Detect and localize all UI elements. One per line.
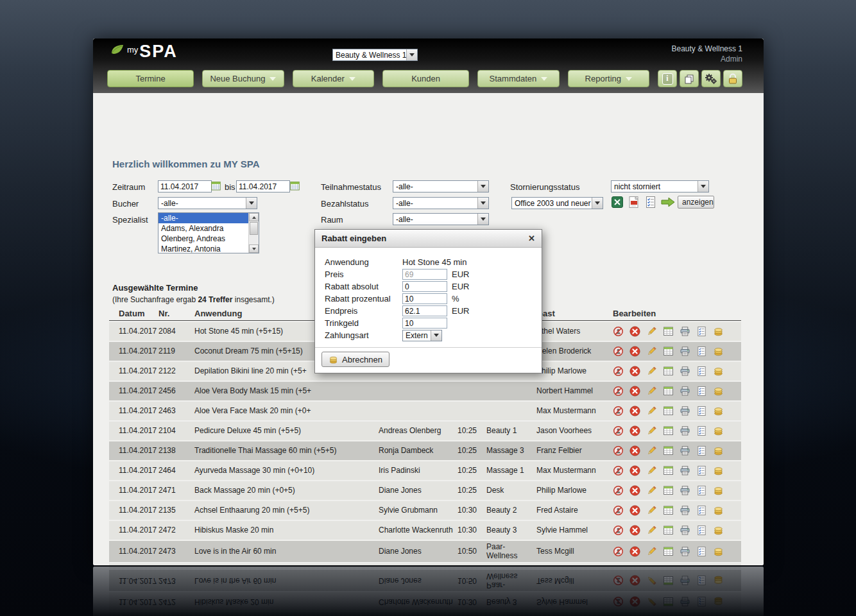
bezahlstatus-select[interactable]: -alle- <box>393 197 489 209</box>
schedule-icon[interactable] <box>663 366 674 377</box>
edit-pencil-icon[interactable] <box>646 406 657 416</box>
nav-stammdaten[interactable]: Stammdaten <box>477 70 559 87</box>
edit-pencil-icon[interactable] <box>646 326 657 337</box>
scroll-thumb[interactable] <box>250 222 258 235</box>
noshow-icon[interactable] <box>613 465 624 476</box>
noshow-icon[interactable] <box>613 505 624 516</box>
schedule-icon[interactable] <box>663 386 674 397</box>
spezialist-option[interactable]: Olenberg, Andreas <box>158 234 248 244</box>
edit-pencil-icon[interactable] <box>646 465 657 476</box>
checklist-icon[interactable] <box>696 366 707 377</box>
rabatt-absolut-input[interactable] <box>402 281 447 292</box>
print-icon[interactable] <box>680 485 690 496</box>
nav-kunden[interactable]: Kunden <box>382 70 469 87</box>
print-icon[interactable] <box>680 346 690 357</box>
checklist-icon[interactable] <box>696 546 707 557</box>
noshow-icon[interactable] <box>613 346 624 357</box>
cancel-icon[interactable] <box>629 485 640 496</box>
print-icon[interactable] <box>680 525 690 536</box>
print-icon[interactable] <box>680 465 690 476</box>
checklist-icon[interactable] <box>696 406 707 416</box>
noshow-icon[interactable] <box>613 386 624 397</box>
cancel-icon[interactable] <box>629 525 640 536</box>
green-arrow-icon[interactable] <box>660 196 676 208</box>
noshow-icon[interactable] <box>613 445 624 456</box>
edit-pencil-icon[interactable] <box>646 525 657 536</box>
billing-coins-icon[interactable] <box>713 425 724 436</box>
nav-termine[interactable]: Termine <box>107 70 194 87</box>
billing-coins-icon[interactable] <box>713 546 724 557</box>
date-to-input[interactable] <box>236 180 290 193</box>
rabatt-prozentual-input[interactable] <box>402 293 447 304</box>
schedule-icon[interactable] <box>663 406 674 416</box>
billing-coins-icon[interactable] <box>713 505 724 516</box>
spezialist-option[interactable]: -alle- <box>158 213 248 223</box>
edit-pencil-icon[interactable] <box>646 346 657 357</box>
copy-button[interactable] <box>680 70 699 87</box>
noshow-icon[interactable] <box>613 546 624 557</box>
checklist-icon[interactable] <box>696 485 707 496</box>
print-icon[interactable] <box>680 425 690 436</box>
export-format-select[interactable]: Office 2003 und neuer <box>511 197 603 209</box>
schedule-icon[interactable] <box>663 525 674 536</box>
edit-pencil-icon[interactable] <box>646 546 657 557</box>
cancel-icon[interactable] <box>629 465 640 476</box>
noshow-icon[interactable] <box>613 326 624 337</box>
checklist-icon[interactable] <box>696 465 707 476</box>
checklist-icon[interactable] <box>696 445 707 456</box>
cancel-icon[interactable] <box>629 445 640 456</box>
bucher-select[interactable]: -alle- <box>158 197 257 209</box>
endpreis-input[interactable] <box>402 305 447 316</box>
edit-pencil-icon[interactable] <box>646 386 657 397</box>
cancel-icon[interactable] <box>629 326 640 337</box>
stornierungsstatus-select[interactable]: nicht storniert <box>611 180 709 193</box>
nav-kalender[interactable]: Kalender <box>293 70 374 87</box>
pdf-icon[interactable] <box>628 196 640 209</box>
schedule-icon[interactable] <box>663 546 674 557</box>
schedule-icon[interactable] <box>663 465 674 476</box>
schedule-icon[interactable] <box>663 346 674 357</box>
cancel-icon[interactable] <box>629 505 640 516</box>
preis-input[interactable] <box>402 269 447 280</box>
print-icon[interactable] <box>680 505 690 516</box>
calendar-icon[interactable] <box>211 181 221 191</box>
scroll-down-button[interactable] <box>249 244 259 253</box>
teilnahmestatus-select[interactable]: -alle- <box>393 180 489 193</box>
billing-coins-icon[interactable] <box>713 445 724 456</box>
lock-button[interactable] <box>723 70 742 87</box>
print-icon[interactable] <box>680 366 690 377</box>
noshow-icon[interactable] <box>613 425 624 436</box>
edit-pencil-icon[interactable] <box>646 485 657 496</box>
cancel-icon[interactable] <box>629 406 640 416</box>
billing-coins-icon[interactable] <box>713 525 724 536</box>
billing-coins-icon[interactable] <box>713 465 724 476</box>
date-from-input[interactable] <box>158 180 212 193</box>
anzeigen-button[interactable]: anzeigen <box>678 196 714 209</box>
info-button[interactable]: i <box>658 70 677 87</box>
edit-pencil-icon[interactable] <box>646 366 657 377</box>
billing-coins-icon[interactable] <box>713 406 724 416</box>
print-icon[interactable] <box>680 406 690 416</box>
abrechnen-button[interactable]: Abrechnen <box>321 352 389 367</box>
print-icon[interactable] <box>680 386 690 397</box>
noshow-icon[interactable] <box>613 366 624 377</box>
spezialist-option[interactable]: Martinez, Antonia <box>158 244 248 253</box>
calendar-icon[interactable] <box>290 181 300 191</box>
close-icon[interactable]: ✕ <box>528 234 535 243</box>
raum-select[interactable]: -alle- <box>393 213 489 225</box>
cancel-icon[interactable] <box>629 346 640 357</box>
noshow-icon[interactable] <box>613 485 624 496</box>
print-icon[interactable] <box>680 326 690 337</box>
print-icon[interactable] <box>680 445 690 456</box>
edit-pencil-icon[interactable] <box>646 425 657 436</box>
checklist-icon[interactable] <box>696 346 707 357</box>
cancel-icon[interactable] <box>629 366 640 377</box>
zahlungsart-select[interactable]: Extern <box>402 330 442 341</box>
noshow-icon[interactable] <box>613 406 624 416</box>
billing-coins-icon[interactable] <box>713 386 724 397</box>
settings-button[interactable] <box>701 70 721 87</box>
cancel-icon[interactable] <box>629 546 640 557</box>
location-select[interactable]: Beauty & Wellness 1 <box>332 49 418 61</box>
schedule-icon[interactable] <box>663 485 674 496</box>
schedule-icon[interactable] <box>663 505 674 516</box>
